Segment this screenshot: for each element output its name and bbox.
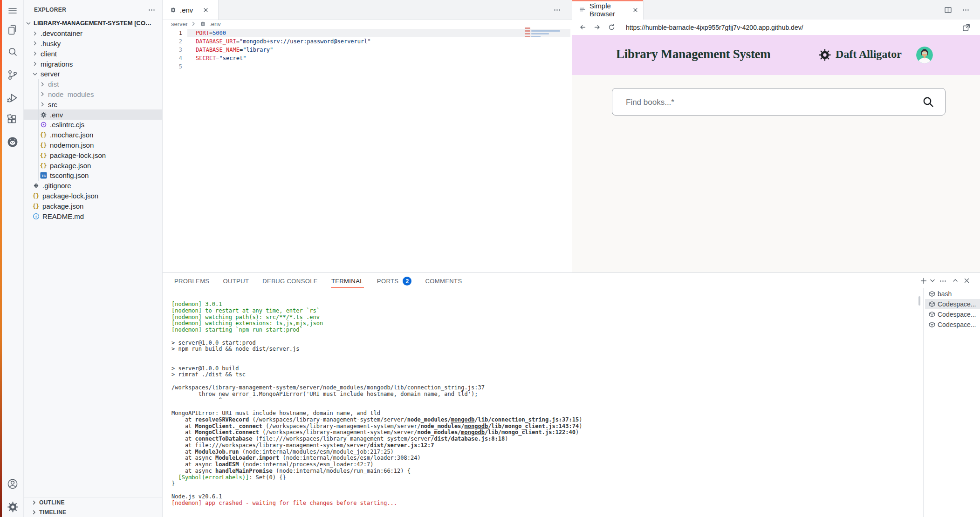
panel-tab-ports[interactable]: PORTS2	[377, 274, 412, 289]
panel-tab-output[interactable]: OUTPUT	[222, 275, 249, 288]
terminal-line: at resolveSRVRecord (/workspaces/library…	[171, 417, 908, 423]
code-line-2[interactable]: 2DATABASE_URI="mongodb+srv://user:passwo…	[163, 37, 572, 46]
terminal-instance-label: Codespace...	[938, 311, 976, 318]
panel-tab-debug-console[interactable]: DEBUG CONSOLE	[262, 275, 318, 288]
tree-item-label: package-lock.json	[42, 192, 98, 200]
activitybar-account[interactable]	[2, 476, 23, 491]
terminal-instance-label: Codespace...	[938, 300, 976, 308]
activitybar-github[interactable]	[2, 135, 23, 150]
tree-item-.gitignore[interactable]: .gitignore	[24, 181, 162, 191]
outline-label: OUTLINE	[39, 499, 65, 506]
gear-file-icon	[40, 111, 47, 118]
browser-url-bar: https://humble-barnacle-4jxp955r7gfjj7v-…	[572, 20, 980, 35]
code-line-1[interactable]: 1PORT=5000	[163, 29, 572, 37]
reload-icon[interactable]	[608, 23, 616, 31]
search-input[interactable]	[625, 88, 906, 116]
simple-browser-icon	[579, 6, 586, 14]
tree-root[interactable]: LIBRARY-MANAGEMENT-SYSTEM [CODESPACES]	[24, 18, 162, 28]
editor-more-actions-icon[interactable]	[553, 6, 561, 14]
tree-item-package-lock.json[interactable]: {}package-lock.json	[24, 191, 162, 201]
terminal-output[interactable]: [nodemon] 3.0.1[nodemon] to restart at a…	[171, 301, 908, 507]
tree-item-.husky[interactable]: .husky	[24, 39, 162, 49]
tree-item-server[interactable]: server	[24, 69, 162, 79]
tree-item-package.json[interactable]: {}package.json	[24, 201, 162, 211]
terminal-instance-codespace[interactable]: Codespace...	[925, 309, 980, 320]
avatar[interactable]	[916, 47, 933, 63]
site-user-name[interactable]: Daft Alligator	[836, 48, 902, 61]
tree-item-tsconfig.json[interactable]: TStsconfig.json	[24, 170, 162, 181]
explorer-more-actions-icon[interactable]	[148, 6, 156, 16]
panel-more-actions-icon[interactable]	[939, 277, 947, 285]
tree-item-.mocharc.json[interactable]: {}.mocharc.json	[24, 130, 162, 140]
minimap[interactable]	[524, 20, 571, 271]
terminal-instance-icon	[929, 301, 935, 307]
terminal-line: [nodemon] starting `npm run start:prod`	[171, 327, 908, 333]
code-text: PORT=5000	[196, 29, 226, 37]
tab-env[interactable]: .env	[163, 0, 219, 20]
panel-tab-terminal[interactable]: TERMINAL	[331, 275, 364, 288]
tree-item-readme.md[interactable]: README.md	[24, 211, 162, 221]
site-settings-gear-icon[interactable]	[818, 48, 832, 64]
terminal-instance-codespace[interactable]: Codespace...	[925, 299, 980, 309]
eslint-file-icon	[40, 121, 47, 129]
tree-item-nodemon.json[interactable]: {}nodemon.json	[24, 140, 162, 150]
terminal-line	[171, 404, 908, 410]
tree-item-label: .gitignore	[42, 182, 71, 190]
url-input[interactable]: https://humble-barnacle-4jxp955r7gfjj7v-…	[626, 24, 803, 31]
terminal-dropdown-chevron-icon[interactable]	[929, 277, 936, 284]
tree-item-.env[interactable]: .env	[24, 109, 162, 120]
activitybar-search[interactable]	[2, 45, 23, 60]
activitybar-run-debug[interactable]	[2, 90, 23, 105]
sidebar-section-timeline[interactable]: TIMELINE	[24, 507, 162, 517]
breadcrumb-folder[interactable]: server	[171, 20, 188, 27]
search-icon[interactable]	[922, 96, 935, 110]
chevron-right-icon	[31, 500, 37, 505]
terminal-line: [nodemon] app crashed - waiting for file…	[171, 500, 908, 507]
terminal-line: }	[171, 481, 908, 487]
breadcrumb-file[interactable]: .env	[209, 20, 221, 27]
panel-tab-comments[interactable]: COMMENTS	[425, 275, 462, 288]
tree-item-migrations[interactable]: migrations	[24, 59, 162, 69]
tree-item-client[interactable]: client	[24, 48, 162, 59]
terminal-line: at async loadESM (node:internal/process/…	[171, 462, 908, 468]
tree-item-package.json[interactable]: {}package.json	[24, 160, 162, 170]
chevron-right-icon	[40, 102, 45, 107]
open-external-icon[interactable]	[962, 23, 971, 34]
breadcrumb[interactable]: server .env	[171, 20, 221, 28]
code-line-5[interactable]: 5	[163, 62, 572, 71]
terminal-instance-bash[interactable]: bash	[925, 289, 980, 299]
code-line-3[interactable]: 3DATABASE_NAME="library"	[163, 46, 572, 54]
terminal-instance-list: bashCodespace...Codespace...Codespace...	[925, 289, 980, 330]
code-text: DATABASE_NAME="library"	[196, 46, 273, 54]
maximize-panel-icon[interactable]	[952, 277, 959, 284]
browser-more-actions-icon[interactable]	[962, 6, 970, 14]
terminal-list-resize-sash[interactable]	[918, 296, 920, 306]
back-icon[interactable]	[579, 23, 587, 31]
timeline-label: TIMELINE	[39, 509, 66, 516]
new-terminal-icon[interactable]	[920, 277, 927, 285]
terminal-instance-codespace[interactable]: Codespace...	[925, 320, 980, 330]
forward-icon[interactable]	[593, 23, 601, 31]
code-line-4[interactable]: 4SECRET="secret"	[163, 54, 572, 62]
sidebar-section-outline[interactable]: OUTLINE	[24, 497, 162, 507]
split-editor-icon[interactable]	[944, 6, 952, 14]
close-tab-icon[interactable]	[632, 7, 638, 13]
panel-tab-label: DEBUG CONSOLE	[262, 278, 318, 285]
panel-tab-problems[interactable]: PROBLEMS	[174, 275, 210, 288]
tree-item-src[interactable]: src	[24, 99, 162, 109]
tree-item-dist[interactable]: dist	[24, 79, 162, 89]
terminal-instance-label: Codespace...	[938, 321, 976, 328]
activitybar-settings[interactable]	[2, 499, 23, 514]
tree-item-node_modules[interactable]: node_modules	[24, 89, 162, 100]
activitybar-menu[interactable]	[2, 3, 23, 18]
close-tab-icon[interactable]	[203, 7, 209, 13]
chevron-right-icon	[32, 61, 38, 67]
close-panel-icon[interactable]	[963, 277, 970, 284]
activitybar-extensions[interactable]	[2, 112, 23, 127]
tree-item-.eslintrc.cjs[interactable]: .eslintrc.cjs	[24, 120, 162, 130]
tree-item-.devcontainer[interactable]: .devcontainer	[24, 28, 162, 39]
activitybar-explorer[interactable]	[2, 22, 23, 37]
tab-simple-browser[interactable]: Simple Browser	[572, 0, 644, 20]
activitybar-source-control[interactable]	[2, 68, 23, 82]
tree-item-package-lock.json[interactable]: {}package-lock.json	[24, 150, 162, 160]
